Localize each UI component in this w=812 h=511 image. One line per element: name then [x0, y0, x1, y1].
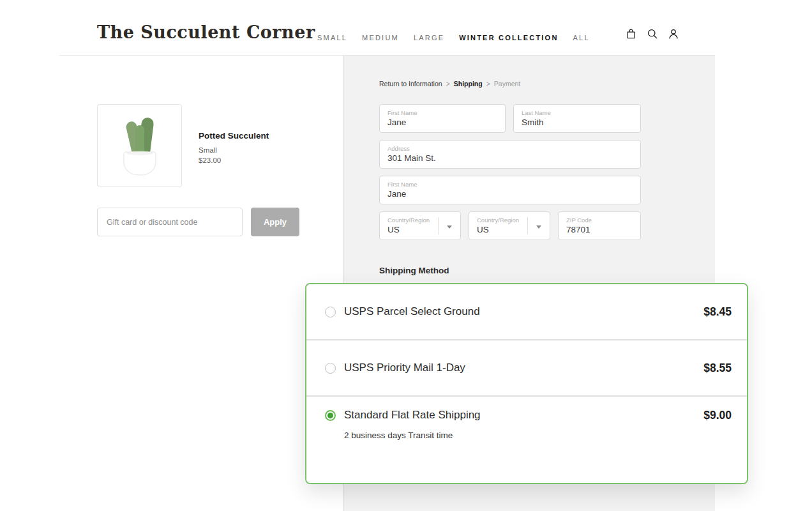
shipping-method-panel: USPS Parcel Select Ground $8.45 USPS Pri… — [305, 283, 748, 484]
field-label: Country/Region — [477, 217, 542, 224]
radio-selected[interactable] — [325, 410, 336, 421]
shipping-option-price: $8.45 — [703, 305, 732, 319]
field-value: Jane — [387, 189, 633, 199]
field-value: Smith — [522, 118, 633, 127]
product-name: Potted Succulent — [199, 131, 269, 141]
country-region-select[interactable]: Country/Region US — [379, 211, 461, 240]
product-info: Potted Succulent Small $23.00 — [199, 131, 269, 164]
account-person-icon[interactable] — [667, 27, 680, 40]
shipping-option-standard-flat[interactable]: Standard Flat Rate Shipping 2 business d… — [306, 397, 747, 483]
field-label: First Name — [387, 109, 497, 116]
product-image — [97, 104, 182, 187]
field-label: Address — [387, 145, 633, 152]
breadcrumb-return-link[interactable]: Return to Information — [379, 80, 442, 88]
field-value: US — [387, 225, 453, 234]
breadcrumb: Return to Information > Shipping > Payme… — [379, 80, 520, 88]
breadcrumb-shipping: Shipping — [454, 80, 483, 88]
shipping-option-label: USPS Priority Mail 1-Day — [344, 362, 465, 374]
shipping-option-price: $8.55 — [703, 362, 732, 375]
country-region-select-2[interactable]: Country/Region US — [469, 211, 550, 240]
site-logo[interactable]: The Succulent Corner — [97, 22, 315, 42]
nav-item-large[interactable]: LARGE — [414, 34, 444, 42]
header-icons — [625, 27, 680, 40]
shipping-option-price: $9.00 — [703, 409, 732, 422]
cart-bag-icon[interactable] — [625, 27, 638, 40]
shipping-option-usps-parcel[interactable]: USPS Parcel Select Ground $8.45 — [306, 284, 747, 339]
giftcard-input[interactable] — [97, 208, 243, 236]
shipping-method-heading: Shipping Method — [379, 266, 449, 275]
shipping-option-text: Standard Flat Rate Shipping 2 business d… — [344, 409, 481, 442]
field-label: ZIP Code — [566, 217, 633, 224]
shipping-option-usps-priority[interactable]: USPS Priority Mail 1-Day $8.55 — [306, 340, 747, 395]
last-name-field[interactable]: Last Name Smith — [513, 104, 641, 133]
field-label: First Name — [387, 181, 633, 188]
breadcrumb-payment: Payment — [494, 80, 520, 88]
product-variant: Small — [199, 146, 269, 154]
field-label: Country/Region — [387, 217, 453, 224]
nav-item-winter-collection[interactable]: WINTER COLLECTION — [459, 34, 558, 42]
address-field[interactable]: Address 301 Main St. — [379, 140, 641, 169]
transit-time-label: Transit time — [408, 431, 453, 440]
select-divider — [527, 217, 528, 234]
product-price: $23.00 — [199, 156, 269, 164]
field-value: 78701 — [566, 225, 633, 234]
apply-discount-button[interactable]: Apply — [251, 208, 299, 236]
search-icon[interactable] — [646, 27, 659, 40]
nav-item-small[interactable]: SMALL — [317, 34, 347, 42]
first-name-field[interactable]: First Name Jane — [379, 104, 506, 133]
zip-code-field[interactable]: ZIP Code 78701 — [558, 211, 641, 240]
select-divider — [438, 217, 439, 234]
radio-unselected[interactable] — [325, 363, 336, 374]
nav-item-medium[interactable]: MEDIUM — [362, 34, 399, 42]
potted-succulent-illustration — [105, 110, 175, 181]
breadcrumb-separator: > — [486, 80, 490, 88]
radio-unselected[interactable] — [325, 307, 336, 317]
breadcrumb-separator: > — [446, 80, 450, 88]
shipping-option-label: USPS Parcel Select Ground — [344, 305, 480, 318]
field-value: Jane — [387, 118, 497, 127]
transit-days: 2 business days — [344, 431, 406, 440]
checkout-page: The Succulent Corner SMALL MEDIUM LARGE … — [0, 0, 812, 511]
field-label: Last Name — [522, 109, 633, 116]
field-value: 301 Main St. — [387, 153, 633, 163]
main-nav: SMALL MEDIUM LARGE WINTER COLLECTION ALL — [317, 34, 590, 42]
nav-item-all[interactable]: ALL — [573, 34, 590, 42]
site-header: The Succulent Corner SMALL MEDIUM LARGE … — [59, 0, 715, 56]
field-value: US — [477, 225, 542, 234]
chevron-down-icon — [536, 225, 541, 229]
first-name-field-2[interactable]: First Name Jane — [379, 176, 641, 204]
shipping-option-description: 2 business days Transit time — [344, 429, 481, 442]
shipping-option-label: Standard Flat Rate Shipping — [344, 409, 481, 422]
chevron-down-icon — [447, 225, 452, 229]
